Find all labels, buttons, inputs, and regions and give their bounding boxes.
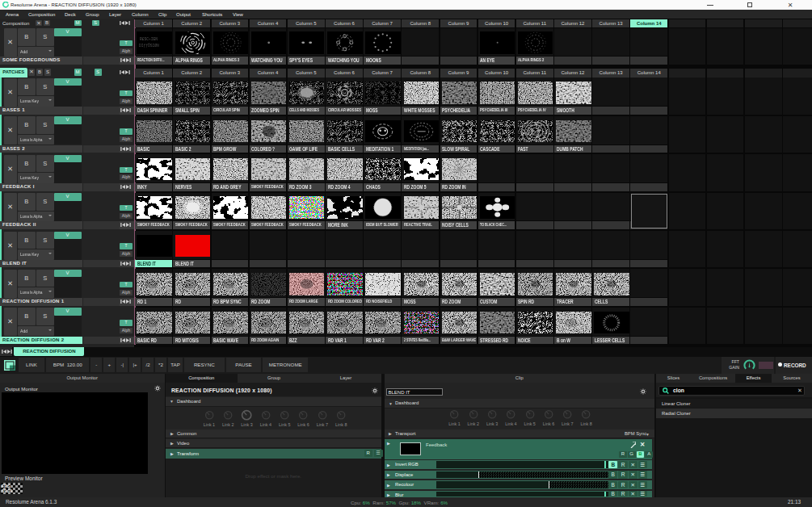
svg-text:DIƒƒŌSΙØN: DIƒƒŌSΙØN (139, 43, 159, 48)
svg-text:R£SC≈IБN: R£SC≈IБN (140, 37, 158, 41)
